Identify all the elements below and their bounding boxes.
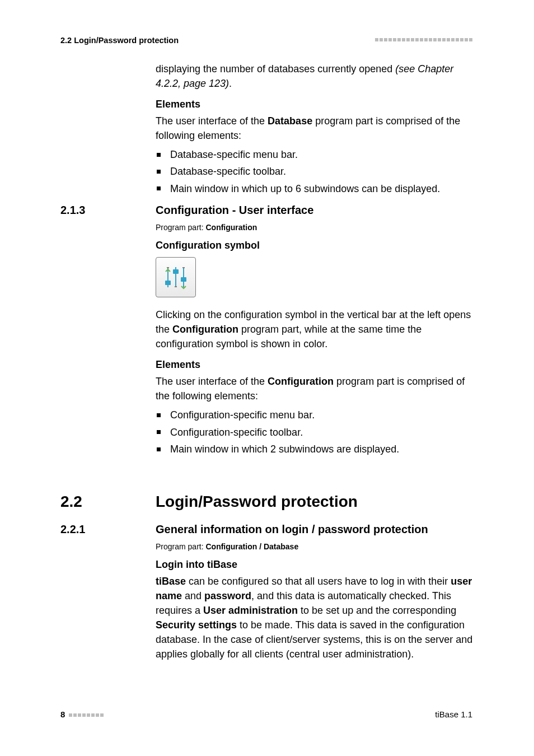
svg-rect-5 (181, 277, 186, 282)
db-elements-heading: Elements (156, 99, 474, 110)
s213-description: Clicking on the configuration symbol in … (156, 307, 474, 351)
intro-paragraph: displaying the number of databases curre… (156, 62, 474, 91)
login-paragraph: tiBase can be configured so that all use… (156, 574, 474, 662)
svg-rect-7 (175, 286, 177, 287)
svg-rect-3 (165, 281, 171, 285)
list-item: Main window in which up to 6 subwindows … (156, 181, 474, 196)
list-item: Configuration-specific menu bar. (156, 408, 474, 422)
svg-rect-4 (173, 269, 179, 274)
list-item: Main window in which 2 subwindows are di… (156, 442, 474, 456)
s221-program-part: Program part: Configuration / Database (156, 542, 474, 551)
section-2-2-heading: 2.2Login/Password protection (60, 493, 474, 511)
list-item: Configuration-specific toolbar. (156, 425, 474, 440)
db-elements-list: Database-specific menu bar. Database-spe… (156, 147, 474, 195)
header-ornament (374, 36, 472, 43)
config-symbol-heading: Configuration symbol (156, 240, 474, 251)
list-item: Database-specific toolbar. (156, 164, 474, 179)
list-item: Database-specific menu bar. (156, 147, 474, 162)
section-2-1-3-heading: 2.1.3Configuration - User interface (60, 204, 474, 217)
footer-page-number: 8 (60, 710, 104, 719)
login-heading: Login into tiBase (156, 559, 474, 571)
s213-program-part: Program part: Configuration (156, 223, 474, 232)
footer-ornament (68, 710, 104, 719)
configuration-icon (156, 257, 196, 297)
footer-product: tiBase 1.1 (435, 710, 472, 719)
db-elements-intro: The user interface of the Database progr… (156, 114, 474, 143)
s213-elements-intro: The user interface of the Configuration … (156, 374, 474, 403)
svg-rect-6 (167, 267, 169, 268)
section-2-2-1-heading: 2.2.1General information on login / pass… (60, 523, 474, 536)
s213-elements-heading: Elements (156, 359, 474, 371)
s213-elements-list: Configuration-specific menu bar. Configu… (156, 408, 474, 456)
running-header-left: 2.2 Login/Password protection (60, 36, 179, 45)
svg-rect-8 (182, 267, 185, 268)
